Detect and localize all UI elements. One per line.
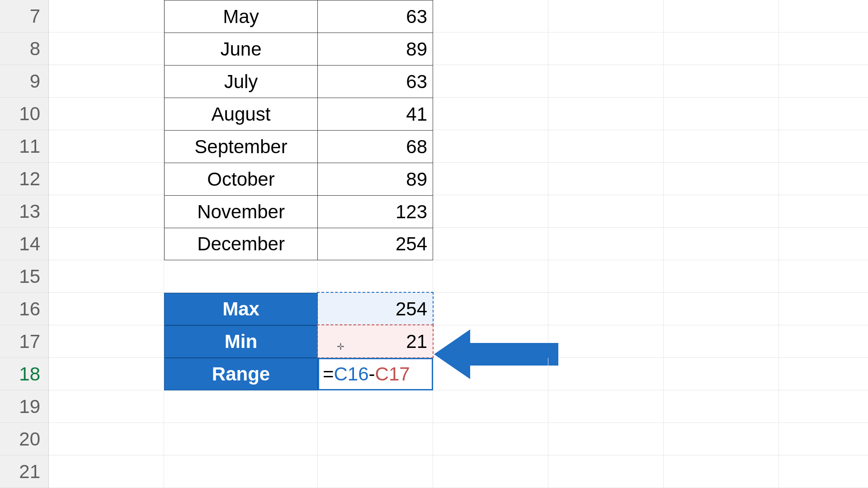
cell-f7[interactable]	[664, 0, 779, 33]
cell-a14[interactable]	[49, 228, 164, 260]
cell-g17[interactable]	[779, 325, 868, 358]
cell-b14[interactable]: December	[164, 228, 318, 260]
cell-e19[interactable]	[548, 390, 664, 423]
cell-g15[interactable]	[779, 260, 868, 293]
row-header-20[interactable]: 20	[0, 423, 49, 455]
cell-g8[interactable]	[779, 33, 868, 65]
cell-d19[interactable]	[433, 390, 548, 423]
row-header-9[interactable]: 9	[0, 65, 49, 98]
cell-g7[interactable]	[779, 0, 868, 33]
cell-g19[interactable]	[779, 390, 868, 423]
cell-d7[interactable]	[433, 0, 548, 33]
cell-g9[interactable]	[779, 65, 868, 98]
cell-c17-min-value[interactable]: ✛ 21	[318, 325, 433, 358]
cell-b11[interactable]: September	[164, 130, 318, 163]
cell-f15[interactable]	[664, 260, 779, 293]
row-header-15[interactable]: 15	[0, 260, 49, 293]
cell-f9[interactable]	[664, 65, 779, 98]
cell-c11[interactable]: 68	[318, 130, 433, 163]
cell-g21[interactable]	[779, 455, 868, 488]
cell-e15[interactable]	[548, 260, 664, 293]
cell-e7[interactable]	[548, 0, 664, 33]
cell-g13[interactable]	[779, 195, 868, 228]
cell-d13[interactable]	[433, 195, 548, 228]
cell-e16[interactable]	[548, 293, 664, 325]
cell-e18[interactable]	[548, 358, 664, 390]
cell-g20[interactable]	[779, 423, 868, 455]
cell-g10[interactable]	[779, 98, 868, 130]
cell-b16-max-label[interactable]: Max	[164, 293, 318, 325]
cell-b7[interactable]: May	[164, 0, 318, 33]
cell-f16[interactable]	[664, 293, 779, 325]
cell-f18[interactable]	[664, 358, 779, 390]
cell-a21[interactable]	[49, 455, 164, 488]
cell-d18[interactable]	[433, 358, 548, 390]
row-header-17[interactable]: 17	[0, 325, 49, 358]
cell-b9[interactable]: July	[164, 65, 318, 98]
cell-d8[interactable]	[433, 33, 548, 65]
row-header-18[interactable]: 18	[0, 358, 49, 390]
row-header-12[interactable]: 12	[0, 163, 49, 195]
cell-c10[interactable]: 41	[318, 98, 433, 130]
row-header-13[interactable]: 13	[0, 195, 49, 228]
cell-c8[interactable]: 89	[318, 33, 433, 65]
row-header-10[interactable]: 10	[0, 98, 49, 130]
cell-g11[interactable]	[779, 130, 868, 163]
cell-d14[interactable]	[433, 228, 548, 260]
cell-a19[interactable]	[49, 390, 164, 423]
cell-b10[interactable]: August	[164, 98, 318, 130]
cell-d16[interactable]	[433, 293, 548, 325]
cell-b21[interactable]	[164, 455, 318, 488]
cell-g18[interactable]	[779, 358, 868, 390]
cell-a11[interactable]	[49, 130, 164, 163]
row-header-16[interactable]: 16	[0, 293, 49, 325]
cell-c19[interactable]	[318, 390, 433, 423]
cell-f17[interactable]	[664, 325, 779, 358]
cell-a20[interactable]	[49, 423, 164, 455]
row-header-21[interactable]: 21	[0, 455, 49, 488]
cell-a9[interactable]	[49, 65, 164, 98]
cell-e14[interactable]	[548, 228, 664, 260]
cell-e20[interactable]	[548, 423, 664, 455]
row-header-11[interactable]: 11	[0, 130, 49, 163]
cell-c13[interactable]: 123	[318, 195, 433, 228]
cell-b12[interactable]: October	[164, 163, 318, 195]
cell-b17-min-label[interactable]: Min	[164, 325, 318, 358]
cell-e13[interactable]	[548, 195, 664, 228]
cell-c15[interactable]	[318, 260, 433, 293]
row-header-8[interactable]: 8	[0, 33, 49, 65]
cell-c16-max-value[interactable]: 254	[318, 293, 433, 325]
spreadsheet-grid[interactable]: 7 May 63 8 June 89 9 July 63 10 August 4…	[0, 0, 868, 488]
cell-b19[interactable]	[164, 390, 318, 423]
cell-a8[interactable]	[49, 33, 164, 65]
cell-e8[interactable]	[548, 33, 664, 65]
row-header-19[interactable]: 19	[0, 390, 49, 423]
cell-e10[interactable]	[548, 98, 664, 130]
cell-g16[interactable]	[779, 293, 868, 325]
cell-a17[interactable]	[49, 325, 164, 358]
cell-b13[interactable]: November	[164, 195, 318, 228]
cell-e11[interactable]	[548, 130, 664, 163]
cell-c14[interactable]: 254	[318, 228, 433, 260]
cell-f20[interactable]	[664, 423, 779, 455]
cell-e17[interactable]	[548, 325, 664, 358]
cell-f13[interactable]	[664, 195, 779, 228]
cell-e12[interactable]	[548, 163, 664, 195]
cell-f11[interactable]	[664, 130, 779, 163]
cell-a16[interactable]	[49, 293, 164, 325]
cell-a15[interactable]	[49, 260, 164, 293]
cell-d17[interactable]	[433, 325, 548, 358]
cell-c21[interactable]	[318, 455, 433, 488]
cell-c12[interactable]: 89	[318, 163, 433, 195]
cell-d21[interactable]	[433, 455, 548, 488]
cell-b15[interactable]	[164, 260, 318, 293]
cell-d12[interactable]	[433, 163, 548, 195]
cell-d10[interactable]	[433, 98, 548, 130]
cell-g12[interactable]	[779, 163, 868, 195]
row-header-14[interactable]: 14	[0, 228, 49, 260]
cell-f19[interactable]	[664, 390, 779, 423]
row-header-7[interactable]: 7	[0, 0, 49, 33]
cell-e21[interactable]	[548, 455, 664, 488]
cell-f14[interactable]	[664, 228, 779, 260]
cell-f12[interactable]	[664, 163, 779, 195]
